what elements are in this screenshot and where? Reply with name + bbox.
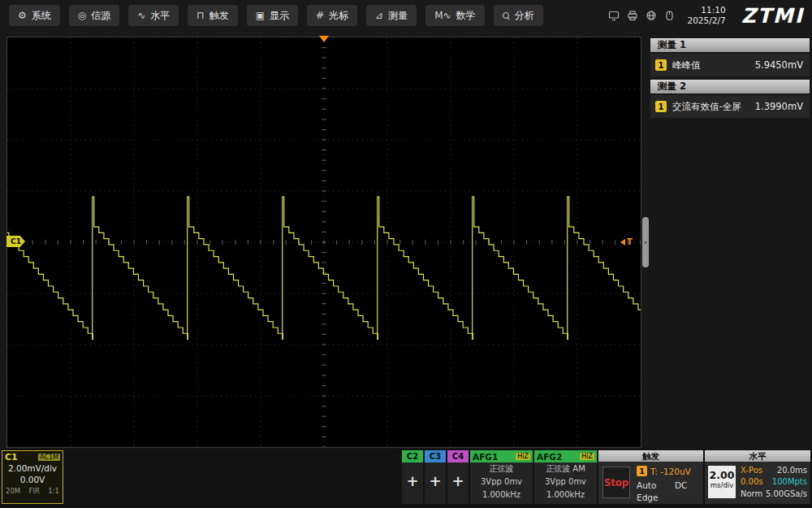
waveform-plot[interactable] — [7, 37, 641, 447]
measure2-label: 交流有效值-全屏 — [672, 101, 741, 113]
afg2-impedance-badge: HiZ — [580, 453, 594, 460]
afg2-info-box[interactable]: AFG2 HiZ 正弦波 AM 3Vpp 0mv 1.000kHz — [534, 450, 597, 504]
menu-analyze-label: 分析 — [515, 9, 534, 23]
menu-trigger-label: 触发 — [209, 9, 229, 23]
measure-row-2[interactable]: 1 交流有效值-全屏 1.3990mV — [650, 95, 810, 118]
xpos-value[interactable]: 0.00s — [741, 477, 762, 486]
waveform-display-area[interactable] — [6, 37, 641, 448]
trigger-panel-header: 触发 — [598, 450, 703, 462]
trigger-level-label: T — [627, 237, 633, 246]
measure-icon: ⊿ — [375, 11, 383, 20]
channel4-name: C4 — [447, 450, 469, 462]
cursor-icon: # — [316, 11, 324, 20]
channel1-coupling-badge: AC1M — [38, 454, 60, 461]
printer-icon[interactable] — [627, 10, 638, 21]
channel1-filter: FIR — [29, 487, 40, 495]
channel4-add-box[interactable]: C4 + — [447, 450, 469, 504]
menu-horizontal-label: 水平 — [150, 9, 170, 23]
menu-system-label: 系统 — [32, 9, 51, 23]
source-icon: ◎ — [78, 11, 86, 20]
afg1-info-box[interactable]: AFG1 HiZ 正弦波 3Vpp 0mv 1.000kHz — [470, 450, 533, 504]
display-icon: ▣ — [256, 11, 265, 20]
trigger-level-arrow-icon — [620, 239, 625, 245]
menu-math-label: 数学 — [456, 9, 476, 23]
menu-trigger[interactable]: ⊓ 触发 — [188, 5, 237, 26]
memory-depth: 100Mpts — [772, 477, 807, 486]
trigger-icon: ⊓ — [197, 11, 204, 20]
channel3-add-button[interactable]: + — [425, 472, 446, 489]
sample-rate: 5.00GSa/s — [766, 489, 807, 498]
menu-measure-label: 测量 — [388, 9, 408, 23]
measure-row-1[interactable]: 1 峰峰值 5.9450mV — [650, 54, 810, 76]
menu-horizontal[interactable]: ∿ 水平 — [128, 5, 179, 26]
measure-group2-header: 测量 2 — [650, 80, 810, 93]
channel1-probe-ratio: 1:1 — [48, 487, 59, 495]
channel1-bandwidth: 20M — [6, 487, 20, 495]
menu-system[interactable]: ⚙ 系统 — [9, 5, 60, 26]
channel1-scale: 2.00mV/div — [2, 462, 63, 474]
afg1-name: AFG1 — [473, 452, 498, 462]
channel4-add-button[interactable]: + — [447, 472, 469, 489]
math-icon: M∿ — [434, 11, 451, 20]
channel1-info-box[interactable]: C1 AC1M 2.00mV/div 0.00V 20M FIR 1:1 — [2, 450, 63, 504]
trigger-coupling[interactable]: DC — [675, 480, 687, 490]
trigger-info-panel[interactable]: 触发 Stop 1 T: -120uV Auto DC Edge — [598, 450, 703, 504]
channel1-name: C1 — [5, 452, 18, 462]
network-icon[interactable] — [646, 10, 657, 21]
measure2-source-badge: 1 — [655, 101, 667, 112]
brand-logo: ZTMI — [741, 4, 804, 28]
trigger-mode[interactable]: Auto — [637, 480, 656, 490]
channel3-add-box[interactable]: C3 + — [425, 450, 446, 504]
menu-source-label: 信源 — [91, 9, 110, 23]
horizontal-panel-header: 水平 — [705, 450, 810, 462]
afg1-amplitude: 3Vpp 0mv — [470, 475, 533, 488]
clock-time: 11:10 — [687, 5, 725, 15]
afg2-waveform-type: 正弦波 AM — [534, 462, 597, 475]
menu-display-label: 显示 — [270, 9, 289, 23]
menu-measure[interactable]: ⊿ 测量 — [366, 5, 417, 26]
channel2-add-button[interactable]: + — [402, 472, 423, 489]
measure1-label: 峰峰值 — [672, 59, 701, 72]
menu-display[interactable]: ▣ 显示 — [247, 5, 298, 26]
timebase-scale-button[interactable]: 2.00 ms/div — [708, 466, 736, 498]
channel2-name: C2 — [402, 450, 423, 462]
channel2-add-box[interactable]: C2 + — [402, 450, 423, 504]
bottom-status-bar: C1 AC1M 2.00mV/div 0.00V 20M FIR 1:1 C2 … — [0, 449, 812, 508]
afg2-amplitude: 3Vpp 0mv — [534, 475, 597, 488]
timebase-value: 2.00 — [708, 470, 736, 481]
afg2-name: AFG2 — [537, 452, 562, 462]
trigger-source-badge: 1 — [637, 466, 647, 476]
channel3-name: C3 — [425, 450, 446, 462]
mouse-icon[interactable] — [664, 10, 675, 21]
right-scroll-handle[interactable]: › — [642, 217, 649, 267]
topbar-right-cluster: 11:10 2025/2/7 ZTMI — [608, 4, 812, 28]
horizontal-icon: ∿ — [137, 11, 145, 20]
timebase-unit: ms/div — [708, 481, 736, 489]
acquisition-mode: Norm — [741, 489, 762, 498]
afg2-frequency: 1.000kHz — [534, 488, 597, 501]
horizontal-info-panel[interactable]: 水平 2.00 ms/div X-Pos 0.00s Norm 20.0ms 1… — [705, 450, 810, 504]
trigger-level-marker[interactable]: T — [620, 237, 633, 247]
menu-math[interactable]: M∿ 数学 — [425, 5, 484, 26]
clock: 11:10 2025/2/7 — [687, 5, 725, 26]
analyze-icon — [503, 12, 510, 20]
menu-analyze[interactable]: 分析 — [494, 5, 543, 26]
trigger-level-value[interactable]: T: -120uV — [650, 467, 691, 476]
measure1-source-badge: 1 — [655, 59, 667, 71]
window-span: 20.0ms — [777, 466, 807, 475]
clock-date: 2025/2/7 — [687, 15, 725, 26]
afg1-frequency: 1.000kHz — [470, 488, 533, 501]
afg1-impedance-badge: HiZ — [516, 453, 530, 460]
trigger-type[interactable]: Edge — [637, 493, 658, 502]
measure1-value: 5.9450mV — [755, 59, 803, 71]
top-menu-bar: ⚙ 系统 ◎ 信源 ∿ 水平 ⊓ 触发 ▣ 显示 # 光标 ⊿ 测量 M∿ 数学… — [0, 0, 812, 31]
trigger-position-marker[interactable] — [319, 36, 329, 42]
menu-cursor[interactable]: # 光标 — [307, 5, 357, 26]
channel1-offset: 0.00V — [2, 474, 63, 485]
screen-icon[interactable] — [608, 10, 620, 21]
menu-cursor-label: 光标 — [329, 9, 348, 23]
trigger-status-button[interactable]: Stop — [603, 467, 630, 498]
measure-group1-header: 测量 1 — [650, 38, 810, 52]
menu-source[interactable]: ◎ 信源 — [69, 5, 119, 26]
xpos-label: X-Pos — [741, 466, 762, 475]
